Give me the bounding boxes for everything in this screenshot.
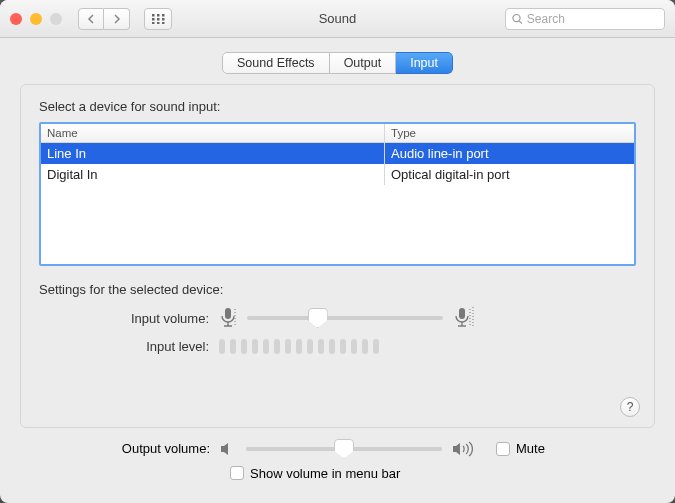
- level-tick: [351, 339, 357, 354]
- nav-buttons: [78, 8, 130, 30]
- level-tick: [274, 339, 280, 354]
- svg-rect-0: [152, 14, 155, 17]
- mic-high-icon: [453, 307, 475, 329]
- speaker-high-icon: [452, 441, 476, 457]
- show-all-button[interactable]: [144, 8, 172, 30]
- chevron-left-icon: [87, 14, 95, 24]
- mute-label: Mute: [516, 441, 545, 456]
- svg-rect-3: [152, 18, 155, 21]
- input-volume-control: [219, 307, 475, 329]
- sound-preferences-window: Sound Sound Effects Output Input Select …: [0, 0, 675, 503]
- input-volume-slider[interactable]: [247, 309, 443, 327]
- mute-checkbox[interactable]: Mute: [496, 441, 545, 456]
- col-name-header[interactable]: Name: [41, 124, 385, 142]
- checkbox-icon: [496, 442, 510, 456]
- svg-rect-5: [162, 18, 165, 21]
- settings-label: Settings for the selected device:: [39, 282, 636, 297]
- level-tick: [329, 339, 335, 354]
- level-tick: [241, 339, 247, 354]
- level-tick: [340, 339, 346, 354]
- level-tick: [362, 339, 368, 354]
- chevron-right-icon: [113, 14, 121, 24]
- table-row[interactable]: Line In Audio line-in port: [41, 143, 634, 164]
- input-panel: Select a device for sound input: Name Ty…: [20, 84, 655, 428]
- svg-rect-7: [157, 22, 160, 24]
- svg-rect-2: [162, 14, 165, 17]
- tab-input[interactable]: Input: [396, 52, 453, 74]
- show-volume-row: Show volume in menu bar: [230, 466, 635, 484]
- level-tick: [373, 339, 379, 354]
- col-type-header[interactable]: Type: [385, 124, 634, 142]
- level-tick: [230, 339, 236, 354]
- input-device-table[interactable]: Name Type Line In Audio line-in port Dig…: [39, 122, 636, 266]
- input-level-label: Input level:: [39, 339, 219, 354]
- device-name-cell: Line In: [41, 143, 385, 164]
- level-tick: [285, 339, 291, 354]
- mic-low-icon: [219, 307, 237, 329]
- input-volume-row: Input volume:: [39, 307, 636, 329]
- level-tick: [296, 339, 302, 354]
- output-volume-row: Output volume: Mute: [40, 440, 635, 458]
- footer: Output volume: Mute: [20, 428, 655, 498]
- show-volume-label: Show volume in menu bar: [250, 466, 400, 481]
- forward-button[interactable]: [104, 8, 130, 30]
- output-volume-control: Mute: [220, 440, 545, 458]
- svg-rect-4: [157, 18, 160, 21]
- svg-line-10: [519, 20, 522, 23]
- tab-output[interactable]: Output: [330, 52, 397, 74]
- svg-rect-8: [162, 22, 165, 24]
- search-input[interactable]: [527, 12, 658, 26]
- back-button[interactable]: [78, 8, 104, 30]
- speaker-low-icon: [220, 442, 236, 456]
- output-volume-slider[interactable]: [246, 440, 442, 458]
- content-area: Sound Effects Output Input Select a devi…: [0, 38, 675, 503]
- close-window-button[interactable]: [10, 13, 22, 25]
- svg-rect-6: [152, 22, 155, 24]
- input-volume-label: Input volume:: [39, 311, 219, 326]
- search-icon: [512, 13, 523, 25]
- tab-sound-effects[interactable]: Sound Effects: [222, 52, 330, 74]
- tab-bar: Sound Effects Output Input: [222, 52, 453, 74]
- level-tick: [263, 339, 269, 354]
- svg-rect-1: [157, 14, 160, 17]
- grid-icon: [152, 14, 165, 24]
- level-tick: [252, 339, 258, 354]
- zoom-window-button[interactable]: [50, 13, 62, 25]
- device-type-cell: Audio line-in port: [385, 143, 634, 164]
- output-volume-label: Output volume:: [40, 441, 220, 456]
- input-level-meter: [219, 339, 379, 354]
- level-tick: [307, 339, 313, 354]
- minimize-window-button[interactable]: [30, 13, 42, 25]
- svg-rect-11: [225, 308, 231, 319]
- table-header: Name Type: [41, 124, 634, 143]
- table-row[interactable]: Digital In Optical digital-in port: [41, 164, 634, 185]
- svg-point-9: [513, 14, 520, 21]
- svg-rect-15: [459, 308, 465, 319]
- select-device-label: Select a device for sound input:: [39, 99, 636, 114]
- window-controls: [10, 13, 62, 25]
- show-volume-menubar-checkbox[interactable]: Show volume in menu bar: [230, 466, 400, 481]
- titlebar: Sound: [0, 0, 675, 38]
- search-field-wrap[interactable]: [505, 8, 665, 30]
- help-button[interactable]: ?: [620, 397, 640, 417]
- device-type-cell: Optical digital-in port: [385, 164, 634, 185]
- device-name-cell: Digital In: [41, 164, 385, 185]
- level-tick: [318, 339, 324, 354]
- checkbox-icon: [230, 466, 244, 480]
- level-tick: [219, 339, 225, 354]
- table-body: Line In Audio line-in port Digital In Op…: [41, 143, 634, 264]
- input-level-row: Input level:: [39, 339, 636, 354]
